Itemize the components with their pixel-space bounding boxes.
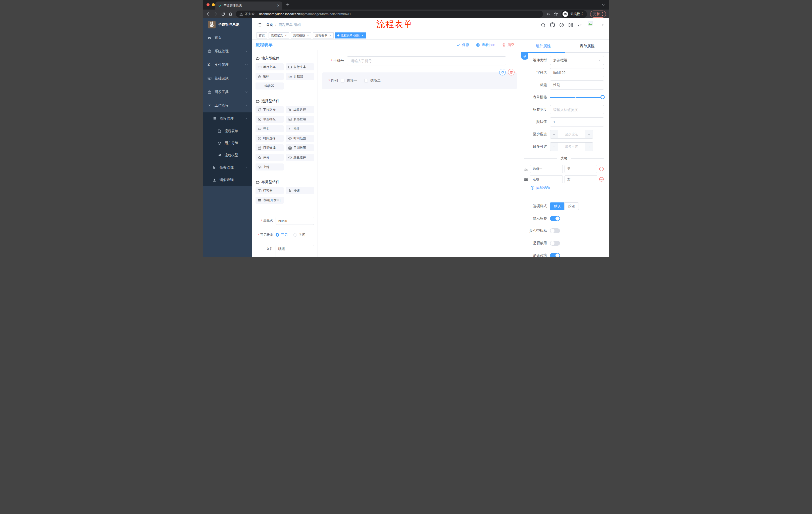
minus-button[interactable]: − xyxy=(550,130,558,138)
remove-option-button[interactable] xyxy=(599,177,604,182)
show-label-toggle[interactable] xyxy=(550,216,560,221)
default-value-input[interactable] xyxy=(550,117,604,127)
tag-process-form-edit[interactable]: 流程表单-编辑✕ xyxy=(335,32,366,38)
minus-button[interactable]: − xyxy=(550,142,558,151)
palette-item-date-range[interactable]: 日期范围 xyxy=(286,144,314,152)
form-remark-textarea[interactable]: 嘿嘿 xyxy=(276,245,314,257)
field-phone[interactable]: 手机号 xyxy=(322,56,506,65)
drag-handle-icon[interactable] xyxy=(524,177,528,182)
palette-item-password[interactable]: 密码 xyxy=(256,73,284,80)
palette-item-row-container[interactable]: 行容器 xyxy=(256,187,284,194)
breadcrumb-home[interactable]: 首页 xyxy=(266,23,273,27)
form-name-input[interactable] xyxy=(276,217,314,225)
update-button[interactable]: 更新 xyxy=(590,10,606,18)
sidebar-item-process-manage[interactable]: 流程管理 xyxy=(203,112,252,125)
tag-process-definition[interactable]: 流程定义✕ xyxy=(268,32,289,38)
tag-home[interactable]: 首页 xyxy=(257,32,267,38)
plus-button[interactable]: + xyxy=(585,142,593,151)
avatar-caret-icon[interactable] xyxy=(601,24,604,26)
status-radio-off[interactable]: 关闭 xyxy=(293,233,305,237)
sidebar-item-payment[interactable]: ¥ 支付管理 xyxy=(203,58,252,72)
palette-item-color-picker[interactable]: 颜色选择 xyxy=(286,154,314,161)
sidebar-item-leave-query[interactable]: 请假查询 xyxy=(203,174,252,186)
style-default-button[interactable]: 默认 xyxy=(550,202,564,210)
gender-checkbox-2[interactable]: 选项二 xyxy=(364,78,381,83)
palette-item-text-input[interactable]: 单行文本 xyxy=(256,63,284,71)
new-tab-button[interactable] xyxy=(286,3,290,6)
palette-item-editor[interactable]: 编辑器 xyxy=(256,82,284,89)
fullscreen-icon[interactable] xyxy=(568,23,573,27)
field-phone-input[interactable] xyxy=(347,56,506,65)
palette-item-rate[interactable]: 评分 xyxy=(256,154,284,161)
sidebar-item-home[interactable]: 首页 xyxy=(203,31,252,45)
field-gender-selected[interactable]: 性别 选项一 选项二 xyxy=(322,73,517,89)
copy-field-button[interactable] xyxy=(499,69,506,76)
palette-item-slider[interactable]: 滑块 xyxy=(286,125,314,132)
palette-item-counter[interactable]: 123计数器 xyxy=(286,73,314,80)
save-button[interactable]: 保存 xyxy=(457,43,469,47)
palette-item-table[interactable]: 表格[开发中] xyxy=(256,197,284,204)
address-bar[interactable]: 不安全 dashboard.yudao.iocoder.cn/bpm/manag… xyxy=(236,10,543,18)
required-toggle[interactable] xyxy=(550,253,560,257)
tab-form-props[interactable]: 表单属性 xyxy=(565,40,609,52)
link-tab[interactable] xyxy=(521,53,528,60)
style-button-button[interactable]: 按钮 xyxy=(564,202,579,210)
browser-tab[interactable]: 芋道管理系统 ✕ xyxy=(215,1,282,9)
palette-item-switch[interactable]: 开关 xyxy=(256,125,284,132)
option-label-input[interactable] xyxy=(530,175,563,183)
home-icon[interactable] xyxy=(228,12,233,16)
password-key-icon[interactable] xyxy=(546,12,550,16)
view-json-button[interactable]: 查看json xyxy=(476,43,495,47)
back-icon[interactable] xyxy=(206,12,210,16)
font-size-icon[interactable] xyxy=(577,23,583,27)
palette-item-date-picker[interactable]: 日期选择 xyxy=(256,144,284,152)
minimize-window-button[interactable] xyxy=(212,3,215,6)
drag-handle-icon[interactable] xyxy=(524,167,528,171)
palette-item-cascader[interactable]: 级联选择 xyxy=(286,106,314,113)
sidebar-item-process-model[interactable]: 流程模型 xyxy=(203,149,252,161)
add-option-button[interactable]: 添加选项 xyxy=(530,186,604,190)
disabled-toggle[interactable] xyxy=(550,241,560,246)
plus-button[interactable]: + xyxy=(585,130,593,138)
palette-item-time-range[interactable]: 时间范围 xyxy=(286,135,314,142)
tag-process-form[interactable]: 流程表单✕ xyxy=(313,32,334,38)
sidebar-item-process-form[interactable]: 流程表单 xyxy=(203,125,252,137)
github-icon[interactable] xyxy=(550,22,555,27)
tag-close-icon[interactable]: ✕ xyxy=(285,34,287,37)
tag-close-icon[interactable]: ✕ xyxy=(361,34,364,37)
delete-field-button[interactable] xyxy=(508,69,515,76)
browser-menu-icon[interactable] xyxy=(602,12,603,16)
help-icon[interactable] xyxy=(559,23,564,27)
avatar[interactable] xyxy=(587,20,597,30)
palette-item-upload[interactable]: 上传 xyxy=(256,163,284,170)
sidebar-item-devtools[interactable]: 研发工具 xyxy=(203,85,252,99)
palette-item-radio-group[interactable]: 单选框组 xyxy=(256,116,284,123)
sidebar-item-task-manage[interactable]: 任务管理 xyxy=(203,161,252,174)
sidebar-item-workflow[interactable]: 工作流程 xyxy=(203,99,252,112)
bookmark-star-icon[interactable] xyxy=(554,12,558,16)
palette-item-checkbox-group[interactable]: 多选框组 xyxy=(286,116,314,123)
sidebar-collapse-icon[interactable] xyxy=(257,23,262,27)
tab-component-props[interactable]: 组件属性 xyxy=(521,40,565,52)
tag-close-icon[interactable]: ✕ xyxy=(307,34,309,37)
slider-handle[interactable] xyxy=(601,95,605,99)
sidebar-item-user-group[interactable]: 用户分组 xyxy=(203,137,252,149)
with-border-toggle[interactable] xyxy=(550,228,560,233)
tag-close-icon[interactable]: ✕ xyxy=(329,34,331,37)
search-icon[interactable] xyxy=(541,23,546,27)
palette-item-button[interactable]: 按钮 xyxy=(286,187,314,194)
tag-process-model[interactable]: 流程模型✕ xyxy=(291,32,311,38)
grid-slider[interactable] xyxy=(550,93,604,102)
label-width-input[interactable] xyxy=(550,105,604,114)
min-select-value[interactable]: 至少应选 xyxy=(558,130,585,138)
forward-icon[interactable] xyxy=(213,12,218,16)
option-label-input[interactable] xyxy=(530,165,563,173)
palette-item-time-picker[interactable]: 时间选择 xyxy=(256,135,284,142)
option-value-input[interactable] xyxy=(564,175,598,183)
sidebar-item-system[interactable]: 系统管理 xyxy=(203,45,252,58)
palette-item-select[interactable]: 下拉选择 xyxy=(256,106,284,113)
component-type-select[interactable]: 多选框组 xyxy=(550,56,604,65)
max-select-value[interactable]: 最多可选 xyxy=(558,142,585,151)
gender-checkbox-1[interactable]: 选项一 xyxy=(341,78,357,83)
tab-list-chevron-icon[interactable] xyxy=(602,3,605,6)
